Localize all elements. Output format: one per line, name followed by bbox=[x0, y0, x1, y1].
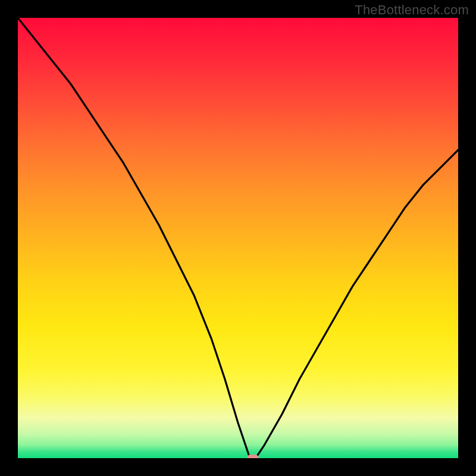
plot-area bbox=[18, 18, 458, 458]
chart-frame: TheBottleneck.com bbox=[0, 0, 476, 476]
watermark-text: TheBottleneck.com bbox=[355, 2, 469, 18]
bottleneck-curve bbox=[18, 18, 458, 458]
minimum-marker bbox=[247, 455, 259, 458]
